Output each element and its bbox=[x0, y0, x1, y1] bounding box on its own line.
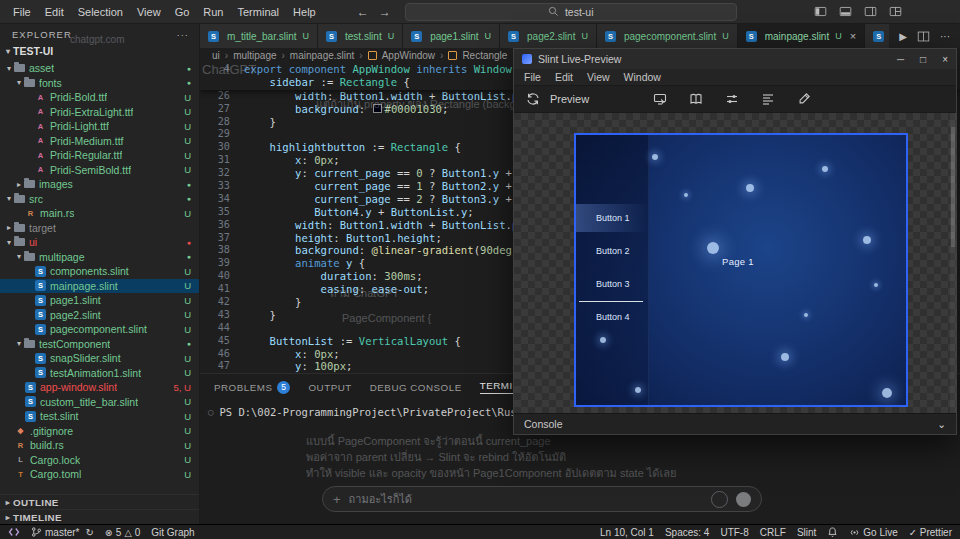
maximize-button[interactable]: □ bbox=[920, 54, 926, 65]
remote-indicator[interactable] bbox=[8, 526, 20, 538]
history-back-icon[interactable]: ← bbox=[357, 5, 369, 19]
tree-item-Pridi-Light.ttf[interactable]: APridi-Light.ttfU bbox=[0, 119, 199, 134]
panel-tab-debug-console[interactable]: DEBUG CONSOLE bbox=[370, 382, 462, 393]
notifications-bell-icon[interactable] bbox=[827, 526, 838, 538]
split-editor-icon[interactable] bbox=[917, 30, 930, 43]
tab-page2.slint[interactable]: Spage2.slintU bbox=[500, 24, 597, 48]
tab-m_title_bar.slint[interactable]: Sm_title_bar.slintU bbox=[200, 24, 318, 48]
go-live-button[interactable]: Go Live bbox=[849, 527, 897, 538]
tab-components.slint[interactable]: Scomponents.slintU bbox=[865, 24, 889, 48]
menu-selection[interactable]: Selection bbox=[71, 0, 130, 24]
preview-menu-view[interactable]: View bbox=[587, 71, 610, 83]
tree-item-components.slint[interactable]: Scomponents.slintU bbox=[0, 264, 199, 279]
preview-menu-file[interactable]: File bbox=[524, 71, 541, 83]
tree-item-test.slint[interactable]: Stest.slintU bbox=[0, 409, 199, 424]
problems-status[interactable]: ⊗5 △0 bbox=[105, 527, 140, 538]
menu-go[interactable]: Go bbox=[168, 0, 197, 24]
preview-scrollbar[interactable] bbox=[950, 113, 956, 413]
tree-item-testAnimation1.slint[interactable]: StestAnimation1.slintU bbox=[0, 366, 199, 381]
preview-menu-window[interactable]: Window bbox=[624, 71, 661, 83]
tree-item-page1.slint[interactable]: Spage1.slintU bbox=[0, 293, 199, 308]
menu-edit[interactable]: Edit bbox=[38, 0, 71, 24]
breadcrumb-item-mainpage.slint[interactable]: mainpage.slint bbox=[290, 50, 354, 61]
library-icon[interactable] bbox=[689, 92, 703, 106]
editor-more-icon[interactable]: ··· bbox=[940, 31, 950, 42]
eol-indicator[interactable]: CRLF bbox=[760, 527, 786, 538]
history-forward-icon[interactable]: → bbox=[379, 5, 391, 19]
panel-tab-problems[interactable]: PROBLEMS5 bbox=[214, 381, 290, 394]
tree-item-Pridi-SemiBold.ttf[interactable]: APridi-SemiBold.ttfU bbox=[0, 163, 199, 178]
close-button[interactable]: × bbox=[942, 54, 948, 65]
tree-item-Cargo.toml[interactable]: TCargo.tomlU bbox=[0, 467, 199, 482]
tree-item-custom_title_bar.slint[interactable]: Scustom_title_bar.slintU bbox=[0, 395, 199, 410]
tree-item-Pridi-ExtraLight.ttf[interactable]: APridi-ExtraLight.ttfU bbox=[0, 105, 199, 120]
preview-console-bar[interactable]: Console ⌄ bbox=[514, 413, 956, 434]
prettier-status[interactable]: ✓ Prettier bbox=[909, 527, 952, 538]
tree-item-app-window.slint[interactable]: Sapp-window.slint5, U bbox=[0, 380, 199, 395]
command-center-search[interactable]: test-ui bbox=[405, 3, 737, 21]
menu-view[interactable]: View bbox=[130, 0, 168, 24]
menu-help[interactable]: Help bbox=[286, 0, 323, 24]
outline-section[interactable]: ▸ OUTLINE bbox=[0, 494, 199, 509]
tree-item-multipage[interactable]: ▾multipage● bbox=[0, 250, 199, 265]
tree-item-ui[interactable]: ▾ui● bbox=[0, 235, 199, 250]
breadcrumb-item-Rectangle[interactable]: Rectangle bbox=[462, 50, 507, 61]
breadcrumb-item-ui[interactable]: ui bbox=[212, 50, 220, 61]
reload-preview-icon[interactable] bbox=[526, 92, 540, 106]
tree-item-main.rs[interactable]: Rmain.rsU bbox=[0, 206, 199, 221]
preview-button-2[interactable]: Button 2 bbox=[576, 237, 648, 265]
indentation-indicator[interactable]: Spaces: 4 bbox=[665, 527, 709, 538]
tree-item-Pridi-Bold.ttf[interactable]: APridi-Bold.ttfU bbox=[0, 90, 199, 105]
breadcrumb-item-multipage[interactable]: multipage bbox=[233, 50, 276, 61]
preview-title-bar[interactable]: Slint Live-Preview ─□× bbox=[514, 49, 956, 69]
tree-item-asset[interactable]: ▾asset● bbox=[0, 61, 199, 76]
language-indicator[interactable]: Slint bbox=[797, 527, 816, 538]
tab-page1.slint[interactable]: Spage1.slintU bbox=[403, 24, 500, 48]
tree-item-mainpage.slint[interactable]: Smainpage.slintU bbox=[0, 279, 199, 294]
timeline-section[interactable]: ▸ TIMELINE bbox=[0, 509, 199, 524]
toggle-sidebar-icon[interactable] bbox=[814, 5, 827, 18]
tree-item-testComponent[interactable]: ▾testComponent● bbox=[0, 337, 199, 352]
preview-button-1[interactable]: Button 1 bbox=[576, 204, 648, 232]
toggle-panel-icon[interactable] bbox=[839, 5, 852, 18]
preview-menu-edit[interactable]: Edit bbox=[555, 71, 573, 83]
tab-mainpage.slint[interactable]: Smainpage.slintU× bbox=[738, 24, 865, 48]
tree-item-Pridi-Medium.ttf[interactable]: APridi-Medium.ttfU bbox=[0, 134, 199, 149]
inspect-element-icon[interactable] bbox=[653, 92, 667, 106]
explorer-more-icon[interactable]: ··· bbox=[177, 29, 190, 40]
breadcrumb-item-AppWindow[interactable]: AppWindow bbox=[382, 50, 435, 61]
customize-layout-icon[interactable] bbox=[889, 5, 902, 18]
menu-file[interactable]: File bbox=[6, 0, 38, 24]
tree-item-target[interactable]: ▸target bbox=[0, 221, 199, 236]
tree-item-snapSlider.slint[interactable]: SsnapSlider.slintU bbox=[0, 351, 199, 366]
preview-button-4[interactable]: Button 4 bbox=[576, 303, 648, 331]
tab-pagecomponent.slint[interactable]: Spagecomponent.slintU bbox=[597, 24, 738, 48]
close-tab-icon[interactable]: × bbox=[850, 30, 856, 42]
tree-item-images[interactable]: ▸images● bbox=[0, 177, 199, 192]
project-root-folder[interactable]: ▾ TEST-UI bbox=[0, 43, 199, 59]
preview-button-3[interactable]: Button 3 bbox=[576, 270, 648, 298]
preview-canvas[interactable]: Button 1Button 2Button 3Button 4 Page 1 bbox=[514, 113, 956, 413]
run-button[interactable]: ▶ bbox=[899, 31, 907, 42]
tree-item-.gitignore[interactable]: ◆.gitignoreU bbox=[0, 424, 199, 439]
style-brush-icon[interactable] bbox=[797, 92, 811, 106]
panel-tab-output[interactable]: OUTPUT bbox=[308, 382, 351, 393]
console-expand-icon[interactable]: ⌄ bbox=[937, 418, 946, 430]
tree-item-pagecomponent.slint[interactable]: Spagecomponent.slintU bbox=[0, 322, 199, 337]
tree-item-build.rs[interactable]: Rbuild.rsU bbox=[0, 438, 199, 453]
tree-item-Pridi-Regular.ttf[interactable]: APridi-Regular.ttfU bbox=[0, 148, 199, 163]
tree-item-Cargo.lock[interactable]: LCargo.lockU bbox=[0, 453, 199, 468]
tab-test.slint[interactable]: Stest.slintU bbox=[318, 24, 403, 48]
line-col-indicator[interactable]: Ln 10, Col 1 bbox=[600, 527, 654, 538]
git-graph-button[interactable]: Git Graph bbox=[151, 527, 194, 538]
encoding-indicator[interactable]: UTF-8 bbox=[720, 527, 748, 538]
tree-item-src[interactable]: ▾src● bbox=[0, 192, 199, 207]
menu-run[interactable]: Run bbox=[196, 0, 230, 24]
filters-icon[interactable] bbox=[725, 92, 739, 106]
tree-item-fonts[interactable]: ▾fonts● bbox=[0, 76, 199, 91]
git-branch-status[interactable]: master* ↻ bbox=[31, 526, 94, 538]
menu-terminal[interactable]: Terminal bbox=[231, 0, 287, 24]
tree-item-page2.slint[interactable]: Spage2.slintU bbox=[0, 308, 199, 323]
toggle-secondary-sidebar-icon[interactable] bbox=[864, 5, 877, 18]
minimize-button[interactable]: ─ bbox=[897, 54, 904, 65]
